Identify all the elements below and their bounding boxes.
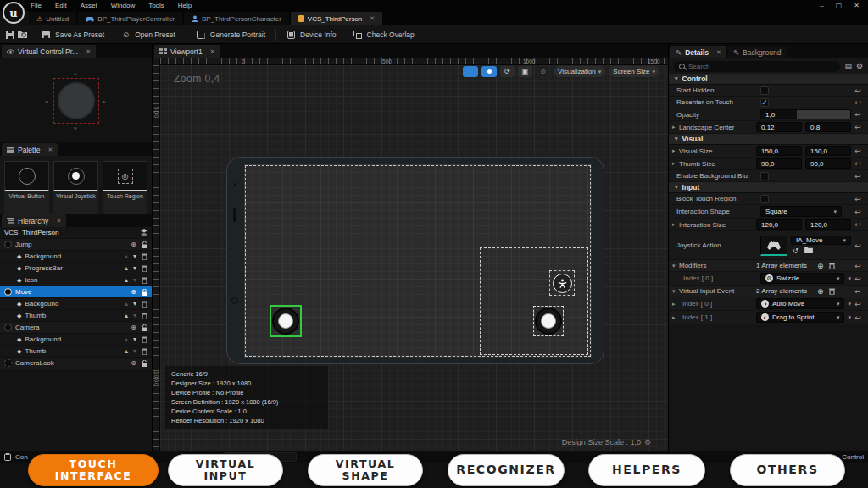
close-icon[interactable]: ✕	[854, 2, 860, 9]
visibility-icon[interactable]: ⊕	[131, 359, 136, 367]
use-selected-asset-icon[interactable]: ↺	[793, 247, 799, 255]
delete-all-icon[interactable]	[829, 288, 835, 295]
tab-bp-thirdpersoncharacter[interactable]: BP_ThirdPersonCharacter	[184, 12, 289, 25]
browse-icon[interactable]	[18, 30, 27, 39]
preview-panel-tab[interactable]: Virtual Control Pr... ✕	[2, 45, 96, 58]
vie-1-dropdown[interactable]: ◐ Drag to Sprint ▾	[756, 312, 844, 323]
move-down-icon[interactable]: ▾	[133, 264, 136, 272]
move-up-icon[interactable]: ▴	[125, 276, 128, 284]
viewport-tab[interactable]: Viewport1 ✕	[154, 45, 220, 58]
lock-icon[interactable]	[142, 241, 147, 248]
lock-icon[interactable]	[142, 324, 147, 331]
reset-icon[interactable]: ↩	[851, 220, 865, 229]
move-joystick[interactable]	[272, 308, 299, 335]
block-touch-checkbox[interactable]	[760, 195, 769, 203]
search-input[interactable]: Search	[674, 61, 840, 72]
delete-icon[interactable]	[142, 313, 147, 319]
hierarchy-item-jump-progressbar[interactable]: ◆ ProgressBar ▴▾	[0, 263, 152, 274]
hierarchy-item-camera-background[interactable]: ◆ Background ▴▾	[0, 334, 152, 346]
hierarchy-item-move[interactable]: Move ⊕	[0, 286, 152, 298]
minimize-icon[interactable]: –	[820, 2, 823, 9]
outline-toggle[interactable]	[481, 66, 497, 77]
reset-icon[interactable]: ↩	[851, 98, 865, 107]
landscape-y-field[interactable]: 0,8	[805, 122, 851, 132]
menu-edit[interactable]: Edit	[55, 2, 67, 9]
reset-icon[interactable]: ↩	[851, 313, 865, 322]
palette-panel-tab[interactable]: Palette ✕	[2, 143, 58, 156]
hierarchy-item-camera[interactable]: Camera ⊕	[0, 322, 152, 334]
reset-icon[interactable]: ↩	[851, 208, 865, 216]
move-down-icon[interactable]: ▾	[133, 347, 136, 355]
close-icon[interactable]: ✕	[56, 218, 61, 225]
reset-icon[interactable]: ↩	[851, 123, 865, 131]
visibility-icon[interactable]: ⊕	[131, 241, 136, 248]
reset-icon[interactable]: ↩	[851, 262, 865, 270]
bottom-tab-others[interactable]: OTHERS	[730, 454, 845, 486]
delete-icon[interactable]	[142, 336, 147, 343]
section-input[interactable]: ▾Input	[669, 182, 868, 193]
fullscreen-button[interactable]: ▣	[518, 66, 533, 77]
expander-icon[interactable]: ▸	[672, 160, 679, 167]
device-screen[interactable]	[244, 164, 592, 358]
add-element-icon[interactable]: ⊕	[817, 262, 824, 270]
bottom-tab-helpers[interactable]: HELPERS	[588, 454, 705, 486]
expander-icon[interactable]: ▸	[672, 301, 679, 308]
generate-portrait-button[interactable]: Generate Portrait	[190, 27, 272, 42]
delete-icon[interactable]	[142, 253, 147, 260]
section-control[interactable]: ▾Control	[669, 74, 868, 85]
delete-icon[interactable]	[142, 277, 147, 284]
menu-help[interactable]: Help	[178, 2, 192, 9]
move-down-icon[interactable]: ▾	[133, 312, 136, 319]
move-down-icon[interactable]: ▾	[133, 300, 136, 308]
layers-icon[interactable]	[141, 229, 147, 236]
move-down-icon[interactable]: ▾	[133, 276, 136, 284]
open-preset-button[interactable]: ⊙ Open Preset	[114, 27, 182, 42]
visualization-dropdown[interactable]: Visualization▾	[554, 66, 605, 77]
palette-touch-region[interactable]: ◎ Touch Region	[103, 161, 147, 214]
screen-size-dropdown[interactable]: Screen Size▾	[609, 66, 659, 77]
delete-icon[interactable]	[142, 265, 147, 272]
interaction-size-x-field[interactable]: 120,0	[756, 219, 802, 230]
disable-icon[interactable]: ⊘	[536, 66, 550, 77]
tab-untitled[interactable]: ⚠ Untitled	[29, 12, 76, 25]
bottom-tab-virtual-input[interactable]: VIRTUAL INPUT	[168, 454, 283, 486]
move-down-icon[interactable]: ▾	[133, 336, 136, 343]
palette-virtual-button[interactable]: Virtual Button	[4, 161, 49, 214]
interaction-shape-dropdown[interactable]: Square ▾	[760, 206, 842, 217]
recenter-checkbox[interactable]: ✓	[760, 98, 769, 107]
bottom-tab-virtual-shape[interactable]: VIRTUAL SHAPE	[308, 454, 423, 486]
reset-icon[interactable]: ↩	[851, 110, 865, 119]
add-element-icon[interactable]: ⊕	[817, 287, 824, 296]
hierarchy-root[interactable]: VCS_ThirdPerson	[0, 227, 152, 239]
close-icon[interactable]: ✕	[716, 49, 721, 56]
input-action-thumbnail[interactable]	[760, 236, 787, 256]
camera-thumb[interactable]	[541, 313, 556, 329]
hierarchy-item-move-thumb[interactable]: ◆ Thumb ▴▾	[0, 310, 152, 322]
menu-asset[interactable]: Asset	[81, 2, 97, 9]
menu-file[interactable]: File	[31, 2, 42, 9]
camera-joystick[interactable]	[535, 308, 562, 335]
cameralook-touch-region[interactable]	[480, 247, 588, 355]
landscape-x-field[interactable]: 0,12	[756, 122, 802, 132]
lock-icon[interactable]	[142, 289, 147, 296]
thumb-size-y-field[interactable]: 90,0	[805, 158, 851, 169]
maximize-icon[interactable]: ▢	[836, 2, 843, 9]
hierarchy-item-camera-thumb[interactable]: ◆ Thumb ▴▾	[0, 346, 152, 358]
reset-icon[interactable]: ↩	[851, 287, 865, 296]
reset-icon[interactable]: ↩	[851, 159, 865, 168]
hierarchy-item-cameralook[interactable]: CameraLook ⊕	[0, 358, 152, 369]
reset-icon[interactable]: ↩	[851, 172, 865, 180]
lock-icon[interactable]	[142, 360, 147, 367]
expander-icon[interactable]: ▸	[672, 124, 679, 130]
move-up-icon[interactable]: ▴	[125, 300, 128, 308]
close-icon[interactable]: ✕	[47, 147, 53, 153]
close-icon[interactable]: ✕	[86, 48, 91, 55]
visual-size-y-field[interactable]: 150,0	[805, 146, 851, 156]
flip-device-button[interactable]: ⟳	[500, 66, 515, 77]
jump-button[interactable]	[553, 274, 572, 293]
check-overlap-button[interactable]: Check Overlap	[347, 27, 421, 42]
delete-icon[interactable]	[142, 348, 147, 355]
reset-icon[interactable]: ↩	[851, 300, 865, 308]
hierarchy-item-jump-background[interactable]: ◆ Background ▴▾	[0, 251, 152, 263]
tab-background[interactable]: ✎ Background	[728, 46, 787, 58]
